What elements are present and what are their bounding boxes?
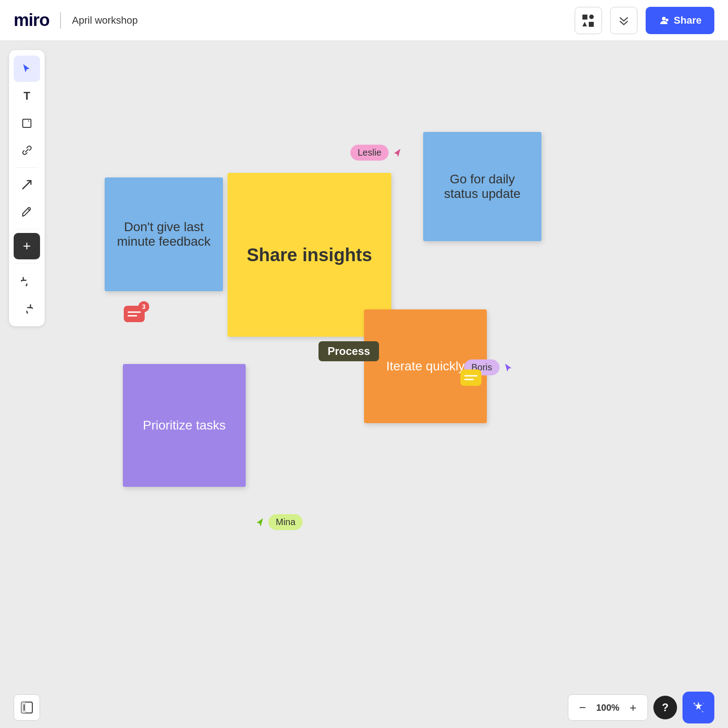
svg-point-1	[589, 15, 594, 19]
chat-badge: 3	[138, 301, 149, 312]
svg-rect-0	[582, 15, 587, 20]
svg-rect-6	[23, 119, 31, 127]
header-right: Share	[575, 7, 714, 34]
svg-line-7	[23, 181, 31, 189]
header: miro April workshop Share	[0, 0, 728, 41]
workspace-name: April workshop	[72, 15, 137, 26]
cursor-mina: Mina	[255, 514, 303, 530]
chevron-button[interactable]	[610, 7, 637, 34]
logo-divider	[60, 12, 61, 29]
sticky-note-blue-right[interactable]: Go for daily status update	[423, 132, 541, 241]
svg-point-19	[703, 703, 704, 704]
text-tool[interactable]: T	[14, 83, 40, 109]
zoom-controls: − 100% +	[568, 694, 648, 721]
toolbar-divider2	[15, 229, 38, 229]
svg-rect-3	[589, 22, 594, 27]
zoom-level: 100%	[594, 703, 622, 713]
zoom-in-button[interactable]: +	[627, 701, 639, 715]
logo: miro	[14, 10, 49, 30]
cursor-leslie: Leslie	[350, 145, 402, 161]
pen-tool[interactable]	[14, 199, 40, 225]
magic-button[interactable]	[682, 692, 714, 723]
toolbar-divider3	[15, 263, 38, 263]
share-label: Share	[674, 15, 702, 26]
select-tool[interactable]	[14, 56, 40, 82]
toolbar-divider	[15, 167, 38, 168]
logo-area: miro April workshop	[14, 10, 138, 30]
svg-point-17	[693, 703, 695, 704]
help-button[interactable]: ?	[653, 696, 677, 719]
note-tool[interactable]	[14, 110, 40, 136]
process-tag[interactable]: Process	[318, 341, 379, 361]
svg-point-4	[662, 17, 666, 20]
shapes-button[interactable]	[575, 7, 602, 34]
cursor-leslie-name: Leslie	[350, 145, 389, 161]
svg-marker-2	[582, 22, 587, 26]
canvas[interactable]: Don't give last minute feedback Go for d…	[0, 41, 728, 728]
zoom-out-button[interactable]: −	[576, 701, 589, 715]
svg-point-18	[702, 711, 703, 713]
chat-bubble-red[interactable]: 3	[123, 305, 146, 328]
panel-toggle-button[interactable]	[14, 694, 40, 721]
sticky-note-blue-left[interactable]: Don't give last minute feedback	[105, 177, 223, 291]
cursor-mina-name: Mina	[268, 514, 303, 530]
sticky-note-purple[interactable]: Prioritize tasks	[123, 364, 246, 487]
chat-bubble-yellow[interactable]	[460, 369, 483, 392]
redo-tool[interactable]	[14, 294, 40, 321]
bottom-bar: − 100% + ?	[0, 687, 728, 728]
share-button[interactable]: Share	[646, 7, 714, 34]
link-tool[interactable]	[14, 137, 40, 164]
add-tool[interactable]: +	[14, 233, 40, 259]
arrow-tool[interactable]	[14, 172, 40, 198]
undo-tool[interactable]	[14, 267, 40, 293]
svg-point-5	[666, 19, 668, 21]
toolbar: T +	[9, 50, 45, 326]
